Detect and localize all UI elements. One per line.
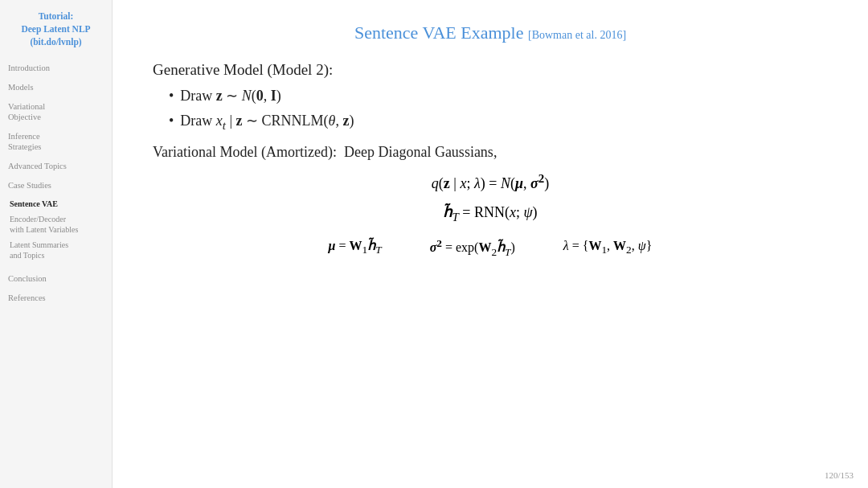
sidebar-item-introduction[interactable]: Introduction (8, 63, 104, 74)
bullet-item-2: Draw xt | z ∼ CRNNLM(θ, z) (169, 112, 828, 133)
bullet1-text: Draw z ∼ N(0, I) (180, 87, 281, 105)
eq3-middle: σ2 = exp(W2h̃T) (430, 237, 515, 259)
bullet-list: Draw z ∼ N(0, I) Draw xt | z ∼ CRNNLM(θ,… (153, 87, 828, 133)
sidebar-item-conclusion[interactable]: Conclusion (8, 273, 104, 285)
sidebar-item-encoder-decoder[interactable]: Encoder/Decoderwith Latent Variables (10, 214, 104, 235)
sidebar-item-inference[interactable]: InferenceStrategies (8, 131, 104, 153)
slide-title-ref: [Bowman et al. 2016] (528, 29, 626, 41)
page-number: 120/153 (825, 470, 854, 480)
equation-2: h̃T = RNN(x; ψ) (153, 203, 828, 224)
sidebar-item-models[interactable]: Models (8, 82, 104, 93)
main-content: Sentence VAE Example [Bowman et al. 2016… (113, 0, 868, 488)
sidebar: Tutorial: Deep Latent NLP (bit.do/lvnlp)… (0, 0, 113, 488)
eq3-right: λ = {W1, W2, ψ} (563, 239, 653, 256)
sidebar-item-references[interactable]: References (8, 293, 104, 304)
bullet-item-1: Draw z ∼ N(0, I) (169, 87, 828, 105)
sidebar-item-sentence-vae[interactable]: Sentence VAE (10, 199, 104, 209)
sidebar-item-advanced[interactable]: Advanced Topics (8, 161, 104, 172)
variational-model-label: Variational Model (Amortized): Deep Diag… (153, 144, 828, 161)
sidebar-item-latent-summaries[interactable]: Latent Summariesand Topics (10, 240, 104, 260)
eq3-left: μ = W1h̃T (329, 238, 382, 256)
sidebar-item-variational[interactable]: VariationalObjective (8, 101, 104, 123)
equation-1: q(z | x; λ) = N(μ, σ2) (153, 172, 828, 192)
generative-model-label: Generative Model (Model 2): (153, 61, 828, 79)
sidebar-item-casestudies[interactable]: Case Studies (8, 180, 104, 191)
bullet2-text: Draw xt | z ∼ CRNNLM(θ, z) (180, 112, 354, 133)
slide-title: Sentence VAE Example [Bowman et al. 2016… (153, 23, 828, 43)
equation-3-row: μ = W1h̃T σ2 = exp(W2h̃T) λ = {W1, W2, ψ… (153, 237, 828, 259)
sidebar-title: Tutorial: Deep Latent NLP (bit.do/lvnlp) (8, 10, 104, 48)
